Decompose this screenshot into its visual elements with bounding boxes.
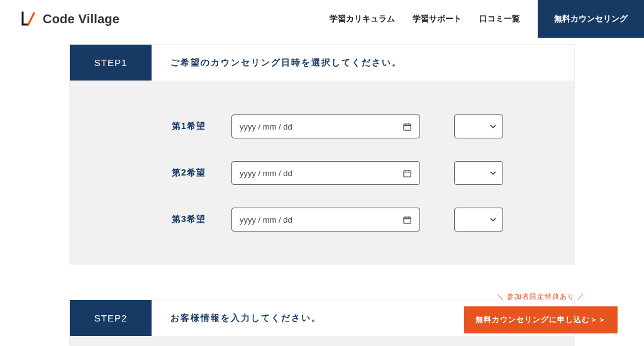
calendar-icon <box>402 122 412 131</box>
svg-rect-1 <box>404 170 411 177</box>
svg-rect-2 <box>404 217 411 223</box>
svg-rect-0 <box>404 124 411 130</box>
header: Code Village 学習カリキュラム 学習サポート 口コミ一覧 無料カウン… <box>0 0 644 38</box>
main-nav: 学習カリキュラム 学習サポート 口コミ一覧 無料カウンセリング <box>330 0 644 38</box>
step1-block: STEP1 ご希望のカウンセリング日時を選択してください。 第1希望 yyyy … <box>69 44 575 265</box>
nav-curriculum[interactable]: 学習カリキュラム <box>330 13 395 25</box>
preference-label: 第1希望 <box>164 121 214 132</box>
preference-row-2: 第2希望 yyyy / mm / dd <box>69 150 575 196</box>
floating-cta-container: ＼ 参加者限定特典あり ／ 無料カウンセリングに申し込む＞＞ <box>464 292 618 333</box>
calendar-icon <box>402 169 412 178</box>
chevron-down-icon <box>490 121 496 132</box>
date-placeholder: yyyy / mm / dd <box>240 215 292 225</box>
preference-date-input-2[interactable]: yyyy / mm / dd <box>231 161 420 185</box>
chevron-down-icon <box>490 214 496 225</box>
logo[interactable]: Code Village <box>0 11 119 27</box>
preference-time-select-2[interactable] <box>454 161 503 185</box>
date-placeholder: yyyy / mm / dd <box>240 122 292 131</box>
preference-date-input-1[interactable]: yyyy / mm / dd <box>231 114 420 138</box>
preference-label: 第3希望 <box>164 214 214 225</box>
step2-badge: STEP2 <box>70 300 152 336</box>
date-placeholder: yyyy / mm / dd <box>240 169 292 178</box>
floating-cta-button[interactable]: 無料カウンセリングに申し込む＞＞ <box>464 306 618 333</box>
preference-date-input-3[interactable]: yyyy / mm / dd <box>231 208 420 232</box>
nav-support[interactable]: 学習サポート <box>413 13 462 25</box>
step2-title: お客様情報を入力してください。 <box>152 300 321 336</box>
calendar-icon <box>402 215 412 225</box>
nav-reviews[interactable]: 口コミ一覧 <box>479 13 520 25</box>
step1-title: ご希望のカウンセリング日時を選択してください。 <box>152 45 402 81</box>
step1-header: STEP1 ご希望のカウンセリング日時を選択してください。 <box>69 44 575 81</box>
preference-time-select-3[interactable] <box>454 208 503 232</box>
nav-cta-button[interactable]: 無料カウンセリング <box>538 0 644 38</box>
preference-label: 第2希望 <box>164 167 214 179</box>
step1-badge: STEP1 <box>70 45 152 81</box>
preference-row-3: 第3希望 yyyy / mm / dd <box>69 196 575 243</box>
logo-text: Code Village <box>43 12 119 26</box>
floating-cta-tagline: ＼ 参加者限定特典あり ／ <box>464 292 618 301</box>
step1-body: 第1希望 yyyy / mm / dd 第2希望 <box>69 81 575 265</box>
step2-body <box>69 337 575 346</box>
logo-icon <box>20 11 36 27</box>
preference-time-select-1[interactable] <box>454 114 503 138</box>
chevron-down-icon <box>490 167 496 179</box>
preference-row-1: 第1希望 yyyy / mm / dd <box>69 103 575 150</box>
